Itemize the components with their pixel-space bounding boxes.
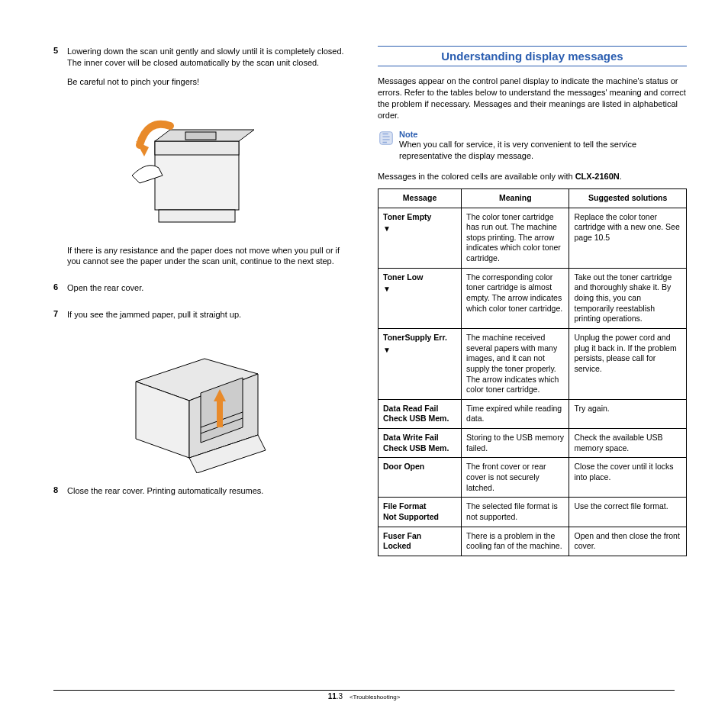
col-meaning: Meaning (462, 188, 569, 208)
step-number: 5 (38, 46, 67, 95)
step-5: 5 Lowering down the scan unit gently and… (38, 46, 347, 95)
message-cell: Door Open (378, 458, 462, 498)
right-column: Understanding display messages Messages … (378, 46, 687, 556)
meaning-cell: The corresponding color toner cartridge … (462, 268, 569, 328)
step-number: 7 (38, 309, 67, 328)
meaning-cell: Storing to the USB memory failed. (462, 429, 569, 458)
arrow-down-icon: ▼ (383, 284, 391, 294)
solution-cell: Try again. (569, 399, 687, 428)
table-row: Data Read FailCheck USB Mem.Time expired… (378, 399, 687, 428)
meaning-cell: Time expired while reading data. (462, 399, 569, 428)
step5-text-1: Lowering down the scan unit gently and s… (67, 46, 347, 69)
step-5-cont: If there is any resistance and the paper… (38, 245, 347, 275)
step-number: 8 (38, 485, 67, 504)
chapter-label: <Troubleshooting> (350, 694, 400, 701)
svg-rect-2 (159, 210, 235, 222)
note-icon (378, 130, 395, 147)
page-number-bold: 11 (328, 692, 337, 701)
step5-text-2: Be careful not to pinch your fingers! (67, 76, 347, 88)
message-cell: TonerSupply Err.▼ (378, 328, 462, 399)
note-block: Note When you call for service, it is ve… (378, 130, 687, 162)
pre-table-text: Messages in the colored cells are availa… (378, 171, 687, 182)
message-cell: Data Read FailCheck USB Mem. (378, 399, 462, 428)
table-row: File FormatNot SupportedThe selected fil… (378, 498, 687, 527)
step-7: 7 If you see the jammed paper, pull it s… (38, 309, 347, 328)
solution-cell: Use the correct file format. (569, 498, 687, 527)
message-cell: Toner Empty▼ (378, 208, 462, 268)
solution-cell: Check the available USB memory space. (569, 429, 687, 458)
solution-cell: Unplug the power cord and plug it back i… (569, 328, 687, 399)
solution-cell: Take out the toner cartridge and thoroug… (569, 268, 687, 328)
arrow-down-icon: ▼ (383, 224, 391, 234)
meaning-cell: The machine received several papers with… (462, 328, 569, 399)
svg-rect-1 (155, 141, 239, 155)
table-row: Door OpenThe front cover or rear cover i… (378, 458, 687, 498)
step-number: 6 (38, 282, 67, 301)
figure-rear-cover (38, 336, 347, 475)
page-footer: 11.3 <Troubleshooting> (53, 690, 675, 701)
message-cell: File FormatNot Supported (378, 498, 462, 527)
col-message: Message (378, 188, 462, 208)
table-row: Toner Low▼The corresponding color toner … (378, 268, 687, 328)
table-row: Fuser FanLockedThere is a problem in the… (378, 527, 687, 556)
note-body: When you call for service, it is very co… (399, 139, 687, 162)
table-row: TonerSupply Err.▼The machine received se… (378, 328, 687, 399)
solution-cell: Replace the color toner cartridge with a… (569, 208, 687, 268)
meaning-cell: There is a problem in the cooling fan of… (462, 527, 569, 556)
message-cell: Toner Low▼ (378, 268, 462, 328)
solution-cell: Close the cover until it locks into plac… (569, 458, 687, 498)
step6-text: Open the rear cover. (67, 282, 347, 294)
meaning-cell: The color toner cartridge has run out. T… (462, 208, 569, 268)
message-cell: Data Write FailCheck USB Mem. (378, 429, 462, 458)
meaning-cell: The selected file format is not supporte… (462, 498, 569, 527)
svg-rect-4 (185, 132, 216, 140)
step-6: 6 Open the rear cover. (38, 282, 347, 301)
table-row: Data Write FailCheck USB Mem.Storing to … (378, 429, 687, 458)
message-cell: Fuser FanLocked (378, 527, 462, 556)
page-number-rest: .3 (337, 692, 343, 701)
step8-text: Close the rear cover. Printing automatic… (67, 485, 347, 497)
table-row: Toner Empty▼The color toner cartridge ha… (378, 208, 687, 268)
step-8: 8 Close the rear cover. Printing automat… (38, 485, 347, 504)
messages-table: Message Meaning Suggested solutions Tone… (378, 188, 687, 556)
intro-text: Messages appear on the control panel dis… (378, 76, 687, 121)
figure-close-scan-unit (38, 103, 347, 234)
step5-text-3: If there is any resistance and the paper… (67, 245, 347, 268)
step7-text: If you see the jammed paper, pull it str… (67, 309, 347, 321)
left-column: 5 Lowering down the scan unit gently and… (38, 46, 347, 556)
solution-cell: Open and then close the front cover. (569, 527, 687, 556)
arrow-down-icon: ▼ (383, 345, 391, 355)
note-label: Note (399, 130, 687, 139)
col-solutions: Suggested solutions (569, 188, 687, 208)
section-title: Understanding display messages (378, 46, 687, 66)
meaning-cell: The front cover or rear cover is not sec… (462, 458, 569, 498)
